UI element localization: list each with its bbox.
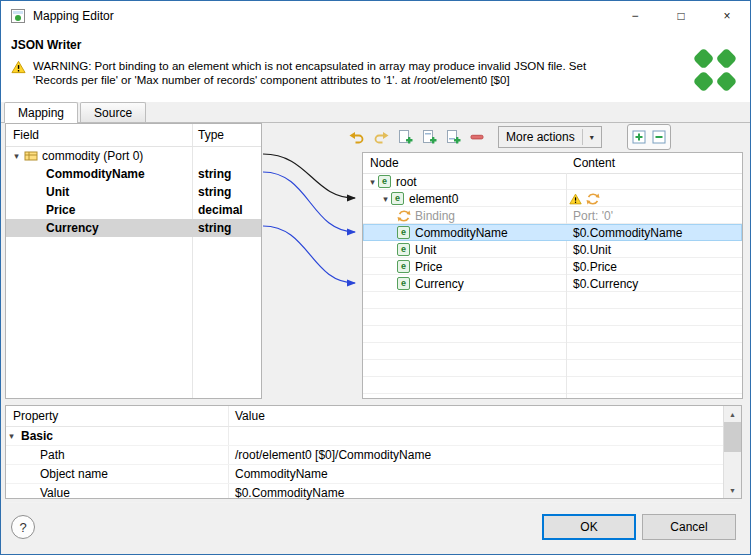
window-title: Mapping Editor: [33, 9, 114, 23]
field-row[interactable]: Unit string: [6, 183, 261, 201]
maximize-button[interactable]: □: [658, 1, 704, 31]
node-content: Port: '0': [573, 209, 613, 223]
node-label: Price: [415, 260, 442, 274]
property-row-path[interactable]: Path /root/element0 [$0]/CommodityName: [6, 446, 741, 465]
property-group-basic[interactable]: ▾ Basic: [6, 427, 741, 446]
field-row-selected[interactable]: Currency string: [6, 219, 261, 237]
redo-button[interactable]: [370, 126, 392, 148]
port-binding-arrow: [263, 154, 355, 198]
field-name: CommodityName: [6, 167, 145, 181]
tab-bar: Mapping Source: [1, 102, 750, 123]
close-button[interactable]: ×: [704, 1, 750, 31]
field-table: Field Type ▾ commodity (Port 0) Commodit…: [5, 123, 262, 399]
titlebar[interactable]: Mapping Editor − □ ×: [1, 1, 750, 31]
node-content: $0.CommodityName: [573, 226, 682, 240]
field-type: decimal: [198, 203, 243, 217]
property-value: CommodityName: [235, 467, 328, 481]
chevron-down-icon[interactable]: ▾: [367, 177, 378, 187]
minimize-button[interactable]: −: [612, 1, 658, 31]
ok-button[interactable]: OK: [542, 514, 636, 540]
property-value: $0.CommodityName: [235, 486, 344, 500]
dropdown-arrow-icon: ▾: [590, 133, 594, 142]
window-controls: − □ ×: [612, 1, 750, 31]
field-type: string: [198, 167, 231, 181]
field-mapping-arrow: [263, 172, 355, 232]
element-icon: e: [397, 243, 410, 256]
scrollbar-thumb[interactable]: [724, 422, 741, 452]
chevron-down-icon[interactable]: ▾: [6, 431, 17, 441]
scrollbar[interactable]: ▲ ▼: [723, 406, 741, 498]
warning-icon: [11, 60, 26, 87]
property-value: /root/element0 [$0]/CommodityName: [235, 448, 431, 462]
scroll-down-icon[interactable]: ▼: [724, 482, 741, 498]
field-table-header: Field Type: [6, 124, 261, 147]
add-element-after-button[interactable]: [442, 126, 464, 148]
element-icon: e: [397, 226, 410, 239]
property-row-object-name[interactable]: Object name CommodityName: [6, 465, 741, 484]
node-column-header[interactable]: Node: [370, 156, 399, 170]
node-row-root[interactable]: ▾ e root: [363, 173, 742, 190]
element-icon: e: [378, 175, 391, 188]
node-row-element0[interactable]: ▾ e element0: [363, 190, 742, 207]
dialog-header: JSON Writer WARNING: Port binding to an …: [1, 31, 750, 102]
scroll-up-icon[interactable]: ▲: [724, 406, 741, 422]
more-actions-label: More actions: [506, 130, 575, 144]
property-table-header: Property Value: [6, 406, 741, 427]
node-row-binding[interactable]: Binding Port: '0': [363, 207, 742, 224]
field-mapping-arrow: [263, 226, 355, 283]
type-column-header[interactable]: Type: [198, 128, 224, 142]
node-label: Unit: [415, 243, 436, 257]
field-row[interactable]: Price decimal: [6, 201, 261, 219]
field-root-row[interactable]: ▾ commodity (Port 0): [6, 147, 261, 165]
binding-icon: [586, 192, 600, 206]
node-rows: ▾ e root ▾ e element0 Binding Port: '0': [363, 173, 742, 398]
collapse-all-button[interactable]: [649, 127, 669, 147]
content-column-header[interactable]: Content: [573, 156, 615, 170]
node-label: Binding: [415, 209, 455, 223]
node-toolbar: More actions ▾: [346, 124, 743, 150]
field-row[interactable]: CommodityName string: [6, 165, 261, 183]
mapping-editor-window: Mapping Editor − □ × JSON Writer WARNING…: [0, 0, 751, 555]
field-type: string: [198, 185, 231, 199]
node-row[interactable]: e Unit $0.Unit: [363, 241, 742, 258]
remove-button[interactable]: [466, 126, 488, 148]
expand-all-button[interactable]: [629, 127, 649, 147]
property-column-header[interactable]: Property: [13, 409, 58, 423]
property-name: Path: [6, 448, 65, 462]
tab-source[interactable]: Source: [80, 102, 146, 122]
clover-logo: [688, 43, 742, 97]
node-table: Node Content ▾ e root ▾ e element0: [362, 152, 743, 399]
undo-button[interactable]: [346, 126, 368, 148]
property-row-value[interactable]: Value $0.CommodityName: [6, 484, 741, 503]
field-type: string: [198, 221, 231, 235]
warning-icon: [569, 193, 582, 205]
node-label: CommodityName: [415, 226, 508, 240]
chevron-down-icon[interactable]: ▾: [380, 194, 391, 204]
element-icon: e: [397, 260, 410, 273]
value-column-header[interactable]: Value: [235, 409, 265, 423]
node-label: Currency: [415, 277, 464, 291]
chevron-down-icon[interactable]: ▾: [11, 151, 22, 161]
element-icon: e: [397, 277, 410, 290]
field-name: Currency: [6, 221, 99, 235]
node-label: element0: [409, 192, 458, 206]
field-name: Unit: [6, 185, 69, 199]
help-button[interactable]: ?: [11, 515, 35, 539]
field-column-header[interactable]: Field: [13, 128, 39, 142]
add-element-before-button[interactable]: [418, 126, 440, 148]
add-child-element-button[interactable]: [394, 126, 416, 148]
more-actions-button[interactable]: More actions ▾: [498, 126, 602, 148]
cancel-button[interactable]: Cancel: [642, 514, 736, 540]
expand-collapse-group: [627, 124, 671, 150]
property-group-label: Basic: [17, 429, 53, 443]
tab-mapping[interactable]: Mapping: [4, 102, 78, 122]
node-row[interactable]: e Price $0.Price: [363, 258, 742, 275]
node-label: root: [396, 175, 417, 189]
node-content: $0.Price: [573, 260, 617, 274]
warning-text: WARNING: Port binding to an element whic…: [33, 59, 627, 87]
field-root-label: commodity (Port 0): [42, 149, 143, 163]
property-name: Value: [6, 486, 70, 500]
node-row[interactable]: e Currency $0.Currency: [363, 275, 742, 292]
element0-status-icons: [569, 192, 600, 206]
node-row-selected[interactable]: e CommodityName $0.CommodityName: [363, 224, 742, 241]
